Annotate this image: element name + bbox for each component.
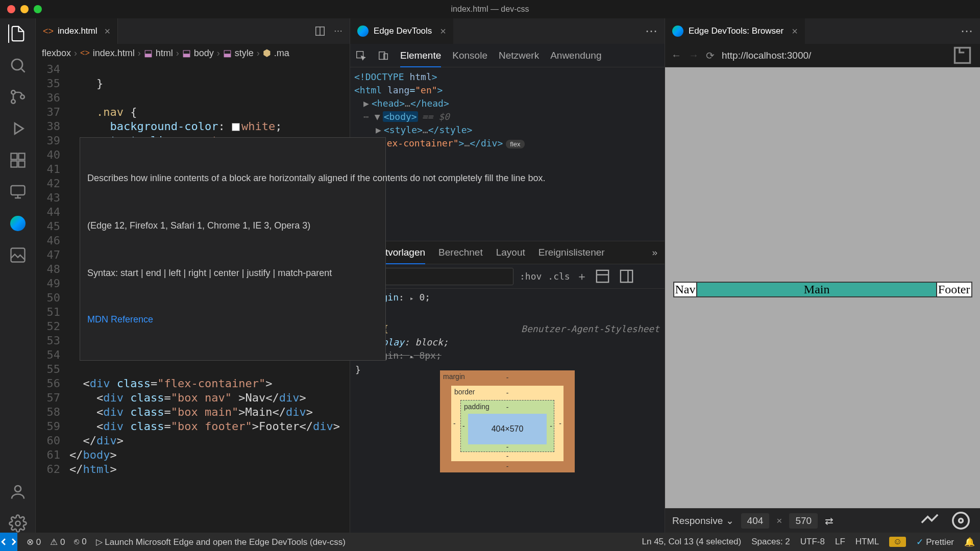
eol[interactable]: LF (835, 537, 845, 547)
svg-point-0 (12, 59, 22, 70)
back-icon[interactable]: ← (671, 49, 681, 61)
language-mode[interactable]: HTML (855, 537, 879, 547)
editor-tab-row: <> index.html × ⋯ (36, 18, 350, 44)
encoding[interactable]: UTF-8 (800, 537, 825, 547)
svg-rect-17 (621, 270, 632, 282)
reload-icon[interactable]: ⟳ (706, 49, 715, 62)
more-actions-icon[interactable]: ⋯ (961, 24, 980, 38)
remote-explorer-icon[interactable] (9, 183, 27, 201)
tab-index-html[interactable]: <> index.html × (36, 18, 118, 44)
device-toggle-icon[interactable] (378, 50, 389, 61)
forward-icon[interactable]: → (689, 49, 699, 61)
window-titlebar: index.html — dev-css (0, 0, 980, 18)
flex-badge[interactable]: flex (506, 140, 524, 148)
new-style-rule-icon[interactable]: ＋ (576, 269, 587, 284)
svg-rect-18 (955, 48, 970, 63)
more-tabs-icon[interactable]: » (652, 247, 657, 258)
browser-viewport[interactable]: Nav Main Footer (665, 67, 980, 508)
dom-tree[interactable]: <!DOCTYPE html> <html lang="en"> ▶<head>… (350, 67, 665, 241)
breadcrumb[interactable]: flexbox › <> index.html › ⬓ html › ⬓ bod… (36, 44, 350, 62)
indentation[interactable]: Spaces: 2 (751, 537, 790, 547)
computed-tab[interactable]: Berechnet (438, 247, 483, 258)
css-class-icon: ⬢ (263, 47, 271, 59)
console-tab[interactable]: Konsole (452, 50, 487, 61)
device-height[interactable]: 570 (789, 513, 818, 529)
browser-toolbar: ← → ⟳ http://localhost:3000/ (665, 44, 980, 67)
edge-tools-icon[interactable] (9, 214, 27, 233)
settings-gear-icon[interactable] (9, 514, 27, 533)
url-bar[interactable]: http://localhost:3000/ (722, 50, 944, 61)
extensions-icon[interactable] (9, 151, 27, 169)
devtools-toolbar: Elemente Konsole Netzwerk Anwendung (350, 44, 665, 67)
errors-count[interactable]: ⊗ 0 (27, 537, 41, 547)
inspect-element-icon[interactable] (355, 50, 366, 61)
throttling-icon[interactable] (918, 509, 942, 533)
open-external-icon[interactable] (951, 44, 974, 67)
mdn-reference-link[interactable]: MDN Reference (87, 313, 378, 327)
collapse-icon[interactable]: ▼ (375, 110, 381, 123)
split-editor-icon[interactable] (314, 26, 326, 37)
svg-point-2 (11, 99, 15, 104)
source-control-icon[interactable] (9, 88, 27, 106)
gallery-icon[interactable] (9, 246, 27, 264)
device-width[interactable]: 404 (741, 513, 770, 529)
chevron-down-icon: ⌄ (726, 515, 734, 526)
breadcrumb-symbol[interactable]: body (194, 48, 214, 59)
breadcrumb-folder[interactable]: flexbox (42, 48, 71, 59)
code-editor[interactable]: 3435363738394041424344454647484950515253… (36, 62, 350, 533)
network-tab[interactable]: Netzwerk (499, 50, 539, 61)
feedback-icon[interactable]: ☺ (889, 537, 906, 547)
expand-icon[interactable]: ▶ (363, 97, 370, 110)
box-model[interactable]: margin - - border - - - - padding - - - … (350, 355, 665, 533)
close-tab-icon[interactable]: × (440, 26, 446, 37)
svg-rect-4 (11, 154, 17, 160)
css-rules[interactable]: margin: ▸ 0; } body {Benutzer-Agent-Styl… (350, 289, 665, 355)
breadcrumb-symbol[interactable]: html (156, 48, 173, 59)
emulation-settings-icon[interactable] (949, 509, 973, 533)
cls-toggle[interactable]: .cls (548, 271, 570, 282)
html-file-icon: <> (80, 48, 90, 58)
breadcrumb-symbol[interactable]: style (235, 48, 254, 59)
window-title: index.html — dev-css (451, 5, 529, 14)
prettier-status[interactable]: ✓ Prettier (916, 537, 954, 547)
remote-indicator[interactable] (0, 533, 17, 551)
port-forwarding[interactable]: ⎋ 0 (74, 537, 86, 547)
run-debug-icon[interactable] (9, 119, 27, 138)
svg-rect-6 (11, 161, 17, 167)
eventlisteners-tab[interactable]: Ereignislistener (538, 247, 605, 258)
svg-rect-9 (11, 248, 24, 262)
maximize-window-button[interactable] (34, 5, 42, 13)
launch-edge-hint[interactable]: ▷ Launch Microsoft Edge and open the Edg… (96, 537, 346, 547)
close-window-button[interactable] (7, 5, 15, 13)
hover-description: Describes how inline contents of a block… (87, 171, 378, 185)
window-controls (7, 5, 42, 13)
elements-tab[interactable]: Elemente (400, 50, 441, 67)
device-dropdown[interactable]: Responsive ⌄ (672, 515, 734, 527)
close-tab-icon[interactable]: × (105, 26, 111, 37)
computed-styles-icon[interactable] (594, 267, 611, 285)
browser-preview-panel: Edge DevTools: Browser × ⋯ ← → ⟳ http://… (665, 18, 980, 533)
cursor-position[interactable]: Ln 45, Col 13 (4 selected) (642, 537, 742, 547)
expand-icon[interactable]: ▶ (376, 123, 382, 137)
rendered-page: Nav Main Footer (673, 282, 972, 297)
svg-rect-5 (18, 154, 24, 160)
explorer-icon[interactable] (8, 24, 27, 43)
layout-tab[interactable]: Layout (496, 247, 525, 258)
code-content[interactable]: } .nav { background-color: white; text-a… (69, 62, 350, 533)
tab-browser[interactable]: Edge DevTools: Browser × (665, 18, 805, 44)
notifications-icon[interactable]: 🔔 (964, 537, 975, 547)
rotate-icon[interactable]: ⇄ (825, 515, 834, 527)
warnings-count[interactable]: ⚠ 0 (50, 537, 65, 547)
toggle-panel-icon[interactable] (618, 267, 635, 285)
minimize-window-button[interactable] (20, 5, 29, 13)
more-actions-icon[interactable]: ⋯ (645, 24, 665, 38)
more-actions-icon[interactable]: ⋯ (334, 26, 342, 37)
close-tab-icon[interactable]: × (792, 26, 798, 37)
application-tab[interactable]: Anwendung (550, 50, 601, 61)
breadcrumb-file[interactable]: index.html (93, 48, 135, 59)
hov-toggle[interactable]: :hov (520, 271, 542, 282)
tab-devtools[interactable]: Edge DevTools × (350, 18, 453, 44)
account-icon[interactable] (9, 483, 27, 501)
breadcrumb-symbol[interactable]: .ma (274, 48, 289, 59)
search-icon[interactable] (9, 56, 27, 74)
